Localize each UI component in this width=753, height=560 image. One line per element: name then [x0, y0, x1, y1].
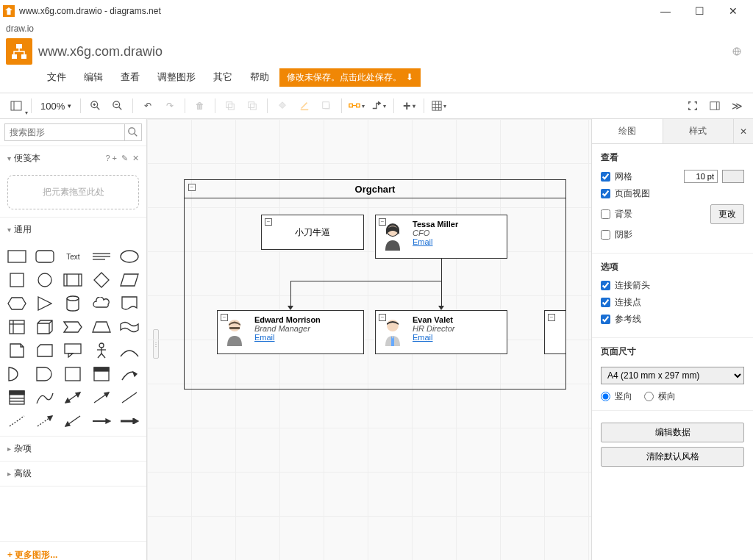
zoom-level[interactable]: 100%▾ — [36, 101, 76, 112]
shape-triangle[interactable] — [32, 293, 57, 314]
shape-or[interactable] — [4, 364, 29, 384]
to-front-icon[interactable] — [220, 96, 240, 116]
shape-parallel[interactable] — [117, 270, 142, 290]
shape-line[interactable] — [117, 387, 142, 408]
grid-color-swatch[interactable] — [722, 170, 744, 183]
node-email[interactable]: Email — [413, 237, 504, 246]
node-email[interactable]: Email — [413, 333, 504, 342]
menu-help[interactable]: 帮助 — [243, 68, 276, 87]
close-panel-icon[interactable]: ✕ — [733, 119, 753, 143]
shape-card[interactable] — [32, 340, 57, 361]
fill-color-icon[interactable] — [272, 96, 293, 116]
grid-checkbox[interactable] — [601, 172, 610, 182]
search-input[interactable] — [4, 123, 125, 141]
shape-arrow-curve[interactable] — [117, 364, 142, 384]
shape-rounded[interactable] — [32, 246, 57, 267]
waypoint-icon[interactable]: ▾ — [368, 96, 389, 116]
conn-point-checkbox[interactable] — [601, 298, 610, 307]
shape-document[interactable] — [117, 293, 142, 314]
pencil-icon[interactable]: ✎ — [121, 154, 128, 163]
collapse-icon[interactable]: − — [265, 218, 272, 226]
shape-rect[interactable] — [4, 246, 29, 267]
shape-internal[interactable] — [4, 317, 29, 337]
guide-checkbox[interactable] — [601, 315, 610, 324]
shape-circle[interactable] — [32, 270, 57, 290]
close-icon[interactable]: ✕ — [132, 154, 139, 163]
shape-text[interactable]: Text — [60, 246, 85, 267]
node-tessa[interactable]: − Tessa Miller CFO Email — [375, 215, 507, 259]
language-icon[interactable] — [732, 44, 747, 59]
connection-icon[interactable]: ▾ — [346, 96, 367, 116]
shape-curve[interactable] — [117, 340, 142, 361]
close-button[interactable]: ✕ — [716, 0, 750, 22]
shape-process[interactable] — [60, 270, 85, 290]
filename[interactable]: www.x6g.com.drawio — [38, 44, 163, 60]
search-icon[interactable] — [125, 123, 142, 141]
table-icon[interactable]: ▾ — [429, 96, 449, 116]
save-notice[interactable]: 修改未保存。点击此处保存。 ⬇ — [279, 68, 421, 87]
shape-arrow[interactable] — [89, 387, 114, 408]
landscape-radio[interactable] — [644, 392, 654, 401]
node-edward[interactable]: − Edward Morrison Brand Manager Email — [217, 310, 364, 354]
clear-style-button[interactable]: 清除默认风格 — [601, 447, 744, 467]
redo-icon[interactable]: ↷ — [160, 96, 180, 116]
edit-data-button[interactable]: 编辑数据 — [601, 423, 744, 442]
shape-hexagon[interactable] — [4, 293, 29, 314]
tab-draw[interactable]: 绘图 — [592, 119, 663, 143]
minimize-button[interactable]: — — [649, 0, 682, 22]
conn-arrow-checkbox[interactable] — [601, 281, 610, 290]
page-size-select[interactable]: A4 (210 mm x 297 mm) — [601, 367, 744, 384]
scratchpad-dropzone[interactable]: 把元素拖至此处 — [7, 175, 139, 209]
shape-thick-arrow2[interactable] — [117, 411, 142, 431]
collapse-icon[interactable]: − — [548, 314, 555, 321]
scratchpad-header[interactable]: ▾便笺本 ? +✎✕ — [0, 146, 146, 170]
portrait-radio[interactable] — [601, 392, 610, 401]
background-checkbox[interactable] — [601, 209, 610, 219]
shape-diamond[interactable] — [89, 270, 114, 290]
canvas[interactable]: ⋮ Orgchart − − 小刀牛逼 − Tessa Miller CFO E… — [147, 119, 591, 560]
shape-list[interactable] — [4, 387, 29, 408]
shape-dash-arrow[interactable] — [32, 411, 57, 431]
insert-icon[interactable]: +▾ — [399, 96, 419, 116]
shape-cloud[interactable] — [89, 293, 114, 314]
tab-style[interactable]: 样式 — [663, 119, 734, 143]
sidebar-toggle-icon[interactable]: ▾ — [6, 96, 26, 116]
shape-cylinder[interactable] — [60, 293, 85, 314]
shape-step[interactable] — [60, 317, 85, 337]
pageview-checkbox[interactable] — [601, 189, 610, 198]
shape-tape[interactable] — [117, 317, 142, 337]
scratchpad-help[interactable]: ? + — [105, 154, 117, 163]
shape-note[interactable] — [4, 340, 29, 361]
shadow-icon[interactable] — [316, 96, 337, 116]
format-icon[interactable] — [704, 96, 725, 116]
shape-thick-arrow1[interactable] — [89, 411, 114, 431]
shape-square[interactable] — [4, 270, 29, 290]
advanced-header[interactable]: ▸高级 — [0, 462, 146, 486]
shadow-checkbox[interactable] — [601, 230, 610, 240]
line-color-icon[interactable] — [294, 96, 315, 116]
shape-bidir-line[interactable] — [60, 411, 85, 431]
node-evan[interactable]: − Evan Valet HR Director Email — [375, 310, 507, 354]
grid-size-input[interactable] — [684, 170, 718, 183]
fullscreen-icon[interactable] — [682, 96, 703, 116]
collapse-icon[interactable]: − — [379, 218, 386, 226]
menu-adjust[interactable]: 调整图形 — [150, 68, 203, 87]
orgchart-title[interactable]: Orgchart — [184, 179, 566, 198]
delete-icon[interactable]: 🗑 — [190, 96, 210, 116]
change-button[interactable]: 更改 — [710, 204, 744, 224]
shape-line-curve[interactable] — [32, 387, 57, 408]
more-shapes-button[interactable]: + 更多图形... — [0, 541, 146, 560]
shape-and[interactable] — [32, 364, 57, 384]
undo-icon[interactable]: ↶ — [138, 96, 158, 116]
collapse-icon[interactable]: − — [221, 314, 228, 321]
shape-textbox[interactable] — [89, 246, 114, 267]
shape-container[interactable] — [89, 364, 114, 384]
node-partial[interactable]: − — [544, 310, 566, 354]
maximize-button[interactable]: ☐ — [682, 0, 716, 22]
collapse-icon[interactable]: ≫ — [727, 96, 747, 116]
shape-trapezoid[interactable] — [89, 317, 114, 337]
shape-dashed[interactable] — [4, 411, 29, 431]
collapse-icon[interactable]: − — [379, 314, 386, 321]
zoom-out-icon[interactable] — [107, 96, 128, 116]
menu-edit[interactable]: 编辑 — [76, 68, 110, 87]
